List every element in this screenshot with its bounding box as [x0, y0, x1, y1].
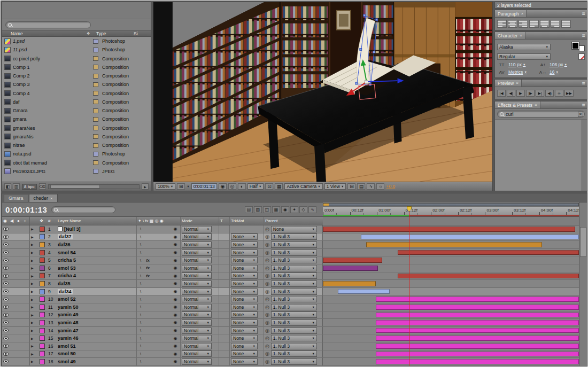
eye-column-icon[interactable]: ◉ — [2, 217, 9, 225]
tab-cheder[interactable]: cheder× — [29, 194, 58, 202]
label-chip[interactable] — [93, 91, 98, 96]
character-panel-header[interactable]: Character× ≣ — [495, 32, 587, 40]
lock-toggle[interactable] — [23, 272, 30, 280]
justify-last-right-button[interactable] — [551, 20, 560, 28]
timeline-search-input[interactable] — [60, 207, 115, 213]
layer-name-column-header[interactable]: Layer Name — [57, 217, 137, 225]
motion-blur-switch[interactable]: ◉ — [173, 235, 178, 239]
fill-swatch-front[interactable] — [572, 42, 579, 49]
preview-panel-header[interactable]: Preview× ≣ — [495, 80, 587, 87]
ram-preview-button[interactable]: ▶▶ — [564, 90, 574, 97]
lock-toggle[interactable] — [23, 241, 30, 248]
lock-column-icon[interactable]: ▫ — [23, 217, 30, 225]
motion-blur-switch[interactable]: ◉ — [173, 266, 178, 270]
parent-column-header[interactable]: Parent — [264, 217, 323, 225]
pickwhip-icon[interactable]: ◎ — [265, 266, 269, 271]
label-chip[interactable] — [40, 359, 45, 364]
layer-duration-bar[interactable] — [338, 289, 390, 294]
label-chip[interactable] — [93, 160, 98, 165]
layer-expand-arrow[interactable]: ▶ — [30, 225, 38, 233]
lock-toggle[interactable] — [23, 264, 30, 272]
audio-toggle[interactable] — [9, 256, 16, 264]
label-chip[interactable] — [40, 312, 45, 317]
layer-expand-arrow[interactable]: ▶ — [30, 334, 38, 342]
project-item[interactable]: 1.psdPhotoshop — [2, 37, 151, 45]
project-item[interactable]: Comp 1Composition — [2, 63, 151, 72]
audio-toggle[interactable] — [9, 342, 16, 350]
audio-toggle[interactable] — [9, 272, 16, 280]
label-chip[interactable] — [40, 281, 45, 286]
parent-select[interactable]: None▼ — [271, 226, 317, 232]
layer-expand-arrow[interactable]: ▶ — [30, 342, 38, 350]
solo-toggle[interactable] — [16, 249, 23, 256]
layer-expand-arrow[interactable]: ▶ — [30, 288, 38, 295]
layer-row[interactable]: ▶3daf36\◉Normal▼None▼◎1. Null 3▼ — [2, 241, 587, 249]
label-chip[interactable] — [93, 152, 98, 157]
audio-toggle[interactable] — [9, 288, 16, 295]
effects-search-input[interactable] — [506, 111, 578, 117]
layer-name[interactable]: daf35 — [58, 281, 71, 286]
tab-gmara[interactable]: Gmara — [4, 194, 28, 202]
bpc-indicator[interactable]: 8 bpc — [22, 184, 37, 190]
layer-row[interactable]: ▶16smol 51\◉Normal▼None▼◎1. Null 3▼ — [2, 342, 587, 350]
motion-blur-switch[interactable]: ◉ — [173, 274, 178, 278]
label-column-icon[interactable]: ❖ — [38, 217, 47, 225]
visibility-toggle[interactable] — [3, 313, 9, 317]
layer-duration-bar[interactable] — [376, 296, 579, 302]
motion-blur-icon[interactable]: ◉ — [281, 206, 289, 213]
channels-icon[interactable]: ◐ — [238, 183, 246, 190]
quality-switch[interactable]: \ — [138, 336, 143, 341]
trkmat-select[interactable]: None▼ — [231, 257, 258, 263]
trkmat-select[interactable]: None▼ — [231, 358, 258, 365]
comp-mini-flowchart-icon[interactable]: ▤ — [245, 206, 253, 213]
layer-row[interactable]: ▶18smol 49\◉Normal▼None▼◎1. Null 3▼ — [2, 358, 587, 366]
label-chip[interactable] — [93, 56, 98, 61]
next-frame-button[interactable]: |▶ — [526, 90, 535, 97]
quality-switch[interactable]: \ — [138, 266, 143, 270]
close-panel-icon[interactable]: × — [516, 81, 519, 85]
quality-switch[interactable]: \ — [138, 313, 143, 317]
layer-duration-bar[interactable] — [323, 227, 575, 232]
parent-select[interactable]: 1. Null 3▼ — [271, 319, 317, 326]
layer-row[interactable]: ▶11yamin 50\◉Normal▼None▼◎1. Null 3▼ — [2, 303, 587, 311]
blend-mode-select[interactable]: Normal▼ — [182, 280, 212, 287]
layer-duration-bar[interactable] — [323, 257, 382, 263]
quality-switch[interactable]: \ — [138, 258, 143, 263]
visibility-toggle[interactable] — [3, 282, 9, 285]
trkmat-select[interactable]: None▼ — [231, 296, 258, 302]
trkmat-select[interactable]: None▼ — [231, 319, 258, 326]
solo-toggle[interactable] — [16, 280, 23, 287]
label-column-icon[interactable]: ❖ — [87, 32, 96, 36]
fill-color-swatch[interactable] — [572, 42, 585, 51]
label-chip[interactable] — [93, 99, 98, 104]
prev-frame-button[interactable]: ◀| — [507, 90, 515, 97]
label-chip[interactable] — [93, 108, 98, 113]
blend-mode-select[interactable]: Normal▼ — [182, 311, 212, 318]
font-style-select[interactable]: Regular▼ — [497, 53, 551, 60]
label-chip[interactable] — [40, 335, 45, 341]
layer-duration-bar[interactable] — [366, 242, 542, 247]
solo-toggle[interactable] — [16, 264, 23, 272]
font-family-select[interactable]: Alaska▼ — [497, 44, 551, 50]
parent-select[interactable]: 1. Null 3▼ — [271, 288, 317, 295]
layer-expand-arrow[interactable]: ▶ — [30, 350, 38, 358]
blend-mode-select[interactable]: Normal▼ — [182, 288, 212, 295]
label-chip[interactable] — [93, 126, 98, 130]
label-chip[interactable] — [40, 296, 45, 302]
effects-panel-header[interactable]: Effects & Presets× ≣ — [495, 101, 587, 109]
column-type[interactable]: Type — [96, 31, 134, 36]
parent-select[interactable]: 1. Null 3▼ — [271, 304, 317, 310]
parent-select[interactable]: 1. Null 3▼ — [271, 265, 317, 271]
layer-expand-arrow[interactable]: ▶ — [30, 256, 38, 264]
layer-name[interactable]: daf34 — [58, 289, 73, 294]
brainstorm-icon[interactable]: ✦ — [290, 206, 298, 213]
lock-toggle[interactable] — [23, 288, 30, 295]
project-item[interactable]: Comp 2Composition — [2, 72, 151, 80]
camera-view-select[interactable]: Active Camera▼ — [284, 183, 322, 190]
layer-name[interactable]: smol 52 — [58, 296, 76, 302]
solo-toggle[interactable] — [16, 272, 23, 280]
solo-toggle[interactable] — [16, 288, 23, 295]
blend-mode-select[interactable]: Normal▼ — [182, 343, 212, 349]
audio-toggle[interactable] — [9, 225, 16, 233]
layer-expand-arrow[interactable]: ▶ — [30, 303, 38, 311]
